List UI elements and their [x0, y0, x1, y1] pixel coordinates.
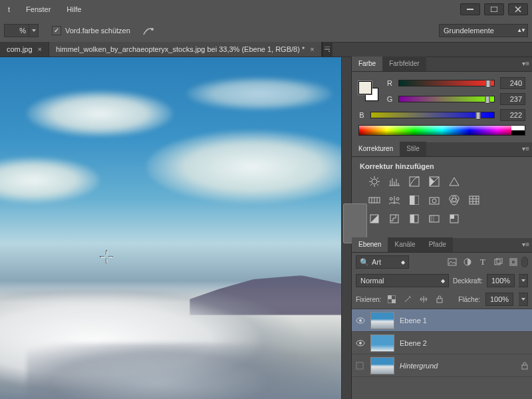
gradient-map-icon[interactable] — [428, 213, 441, 225]
layer-row[interactable]: Hintergrund — [352, 354, 532, 377]
tab-overflow-button[interactable] — [322, 42, 332, 57]
tab-farbe[interactable]: Farbe — [352, 57, 382, 71]
channel-mixer-icon[interactable] — [448, 194, 461, 206]
panel-menu-icon[interactable]: ▾≡ — [522, 60, 529, 67]
canvas-image — [0, 57, 341, 399]
lock-all-icon[interactable] — [434, 294, 445, 305]
visibility-eye-icon[interactable] — [356, 340, 365, 346]
invert-icon[interactable] — [368, 213, 381, 225]
tab-farbfelder[interactable]: Farbfelder — [382, 57, 426, 71]
svg-rect-38 — [522, 365, 527, 369]
document-tab-active[interactable]: himmel_wolken_by_archaeopteryx_stocks.jp… — [49, 42, 322, 57]
tab-label: com.jpg — [7, 45, 33, 53]
filter-type-icon[interactable]: T — [477, 257, 488, 267]
tab-kanaele[interactable]: Kanäle — [388, 237, 422, 252]
opacity-dropdown[interactable] — [519, 274, 528, 287]
selective-color-icon[interactable] — [448, 213, 461, 225]
svg-rect-9 — [410, 196, 414, 205]
color-spectrum[interactable] — [358, 125, 525, 136]
color-panel-tabs: Farbe Farbfelder ▾≡ — [352, 57, 532, 72]
menu-item-fenster[interactable]: Fenster — [18, 0, 59, 19]
layer-name[interactable]: Hintergrund — [400, 362, 516, 370]
filter-adjustment-icon[interactable] — [462, 257, 473, 267]
levels-icon[interactable] — [388, 176, 401, 188]
menu-item-hilfe[interactable]: Hilfe — [59, 0, 89, 19]
tablet-pressure-icon[interactable] — [142, 25, 154, 36]
svg-rect-22 — [450, 215, 454, 219]
layer-filter-type[interactable]: 🔍 Art ◆ — [356, 255, 409, 269]
tab-korrekturen[interactable]: Korrekturen — [352, 142, 400, 156]
lock-label: Fixieren: — [356, 296, 381, 303]
svg-rect-1 — [491, 7, 497, 12]
b-slider[interactable] — [370, 112, 495, 118]
layer-thumbnail[interactable] — [370, 334, 394, 352]
adjust-panel-tabs: Korrekturen Stile ▾≡ — [352, 142, 532, 157]
svg-rect-28 — [511, 260, 515, 264]
foreground-swatch[interactable] — [358, 81, 372, 94]
menu-item-t[interactable]: t — [0, 0, 18, 19]
posterize-icon[interactable] — [388, 213, 401, 225]
right-panels: Farbe Farbfelder ▾≡ R 240 G 237 B 22 — [351, 57, 532, 399]
r-value[interactable]: 240 — [500, 77, 525, 89]
filter-smart-icon[interactable] — [508, 257, 519, 267]
lock-pixels-icon[interactable] — [402, 294, 413, 305]
search-icon: 🔍 — [360, 258, 369, 267]
protect-foreground-checkbox[interactable] — [52, 26, 61, 35]
svg-point-12 — [432, 199, 436, 203]
foreground-background-swatches[interactable] — [358, 81, 378, 101]
close-icon[interactable]: × — [38, 45, 42, 53]
layer-name[interactable]: Ebene 1 — [400, 317, 528, 325]
black-white-icon[interactable] — [408, 194, 421, 206]
filter-shape-icon[interactable] — [493, 257, 503, 267]
lock-position-icon[interactable] — [418, 294, 429, 305]
layer-thumbnail[interactable] — [370, 312, 394, 329]
flow-value[interactable]: % — [4, 24, 29, 37]
layer-row[interactable]: Ebene 1 — [352, 309, 532, 332]
g-value[interactable]: 237 — [500, 93, 525, 105]
svg-rect-18 — [390, 215, 398, 223]
canvas-viewport[interactable] — [0, 57, 341, 399]
panel-menu-icon[interactable]: ▾≡ — [522, 241, 529, 248]
exposure-icon[interactable] — [428, 176, 441, 188]
r-slider[interactable] — [398, 80, 495, 86]
layer-name[interactable]: Ebene 2 — [400, 339, 528, 347]
lock-transparency-icon[interactable] — [386, 294, 397, 305]
panel-menu-icon[interactable]: ▾≡ — [522, 145, 529, 152]
close-icon[interactable]: × — [310, 45, 314, 53]
flow-dropdown[interactable] — [29, 24, 39, 37]
threshold-icon[interactable] — [408, 213, 421, 225]
visibility-off-icon[interactable] — [356, 362, 365, 370]
b-label: B — [358, 111, 365, 119]
close-button[interactable] — [508, 3, 528, 15]
layer-row[interactable]: Ebene 2 — [352, 332, 532, 354]
opacity-label: Deckkraft: — [453, 277, 483, 285]
g-slider[interactable] — [398, 96, 495, 102]
filter-toggle[interactable] — [521, 257, 528, 267]
blend-mode-dropdown[interactable]: Normal ◆ — [356, 274, 449, 287]
filter-pixel-icon[interactable] — [447, 257, 458, 267]
visibility-eye-icon[interactable] — [356, 317, 365, 324]
brightness-contrast-icon[interactable] — [368, 176, 381, 188]
minimize-button[interactable] — [460, 3, 480, 15]
curves-icon[interactable] — [408, 176, 421, 188]
tab-ebenen[interactable]: Ebenen — [352, 237, 388, 252]
color-balance-icon[interactable] — [388, 194, 401, 206]
document-tab-inactive[interactable]: com.jpg × — [0, 42, 49, 57]
crosshair-cursor-icon — [100, 250, 113, 263]
vibrance-icon[interactable] — [448, 176, 461, 188]
menubar: t Fenster Hilfe — [0, 0, 532, 19]
photo-filter-icon[interactable] — [428, 194, 441, 206]
fill-value[interactable]: 100% — [485, 293, 513, 306]
layer-thumbnail[interactable] — [370, 357, 394, 374]
workspace-switcher[interactable]: Grundelemente ▲▼ — [439, 24, 528, 37]
tab-pfade[interactable]: Pfade — [422, 237, 453, 252]
hue-saturation-icon[interactable] — [368, 194, 381, 206]
tab-stile[interactable]: Stile — [400, 142, 426, 156]
opacity-value[interactable]: 100% — [487, 274, 515, 287]
fill-dropdown[interactable] — [519, 293, 528, 306]
maximize-button[interactable] — [484, 3, 504, 15]
color-lookup-icon[interactable] — [467, 194, 481, 206]
vertical-scrollbar[interactable] — [341, 57, 351, 399]
b-value[interactable]: 222 — [500, 109, 525, 121]
svg-rect-25 — [495, 259, 500, 265]
